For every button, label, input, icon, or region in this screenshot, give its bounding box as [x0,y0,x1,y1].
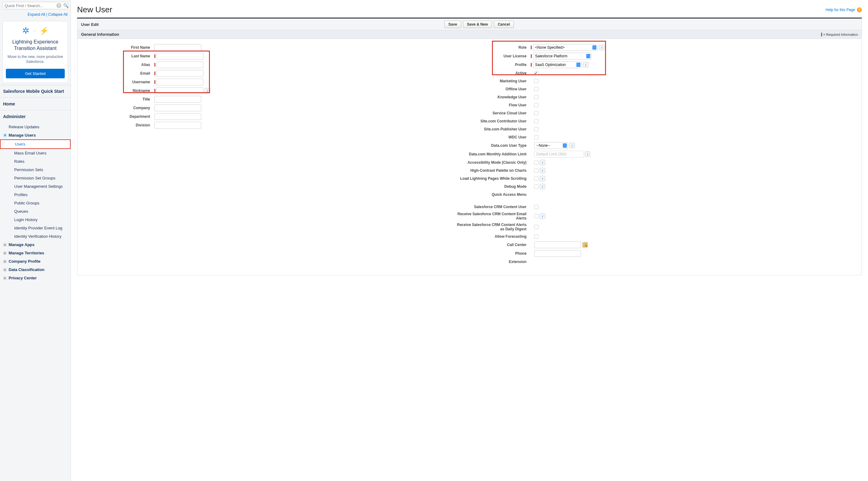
required-mark-icon [154,63,155,67]
user-license-select[interactable]: Salesforce Platform [533,53,591,60]
sidebar-item-user-mgmt-settings[interactable]: User Management Settings [0,182,70,190]
crm-content-checkbox[interactable] [534,205,538,209]
high-contrast-checkbox[interactable] [534,168,538,173]
sidebar-section-quickstart[interactable]: Salesforce Mobile Quick Start [0,85,70,97]
search-icon[interactable]: 🔍 [63,3,68,8]
sidebar-item-label: Manage Users [9,133,36,138]
collapse-all-link[interactable]: Collapse All [48,12,67,17]
required-note-label: = Required Information [823,33,858,36]
email-input[interactable] [157,70,204,77]
sidebar-item-release-updates[interactable]: Release Updates [0,123,70,131]
marketing-user-checkbox[interactable] [534,79,538,83]
search-input[interactable] [5,3,56,8]
info-icon[interactable]: i [585,151,590,157]
clear-icon[interactable]: ? [56,3,61,8]
save-and-new-button[interactable]: Save & New [463,21,492,28]
sidebar-item-id-verify[interactable]: Identity Verification History [0,232,70,241]
arrow-icon: → [32,28,36,33]
label-profile: Profile [457,63,531,67]
required-mark-icon [154,89,155,92]
allow-forecasting-checkbox[interactable] [534,234,538,239]
service-cloud-checkbox[interactable] [534,111,538,115]
last-name-input[interactable] [157,53,204,60]
sidebar-item-profiles[interactable]: Profiles [0,190,70,199]
sidebar-item-public-groups[interactable]: Public Groups [0,199,70,207]
label-knowledge-user: Knowledge User [457,95,531,99]
sidebar-item-mass-email[interactable]: Mass Email Users [0,149,70,157]
sidebar-item-manage-users[interactable]: ▾Manage Users [0,131,70,139]
sidebar-item-data-classification[interactable]: ▸Data Classification [0,266,70,274]
sidebar-section-home[interactable]: Home [0,97,70,110]
crm-daily-digest-checkbox[interactable] [534,225,538,229]
phone-input[interactable] [534,250,581,257]
sidebar-item-idp-log[interactable]: Identity Provider Event Log [0,224,70,232]
info-icon[interactable]: i [540,213,545,219]
info-icon[interactable]: i [599,45,604,50]
help-icon: ? [857,7,862,12]
save-button[interactable]: Save [444,21,461,28]
site-publisher-checkbox[interactable] [534,127,538,131]
label-marketing-user: Marketing User [457,79,531,83]
sidebar-item-permission-sets[interactable]: Permission Sets [0,166,70,174]
crm-email-alerts-checkbox[interactable] [534,214,538,218]
load-lightning-checkbox[interactable] [534,176,538,181]
info-icon[interactable]: i [540,176,545,181]
department-input[interactable] [154,113,201,120]
label-role: Role [457,45,531,50]
knowledge-user-checkbox[interactable] [534,95,538,99]
debug-mode-checkbox[interactable] [534,184,538,189]
get-started-button[interactable]: Get Started [6,69,65,78]
sidebar-item-roles[interactable]: Roles [0,157,70,166]
call-center-input[interactable] [534,241,581,248]
sidebar-item-label: Manage Apps [9,242,34,247]
flower-icon: ✲ [22,26,29,36]
alias-input[interactable] [157,61,204,68]
quick-find-search[interactable]: ? 🔍 [2,2,68,9]
info-icon[interactable]: i [205,88,210,93]
active-checkbox[interactable] [534,71,538,75]
info-icon[interactable]: i [569,143,575,148]
help-link[interactable]: Help for this Page ? [826,7,862,12]
info-icon[interactable]: i [583,62,588,67]
section-title: General Information [81,32,119,37]
title-input[interactable] [154,96,201,103]
sidebar-item-manage-apps[interactable]: ▸Manage Apps [0,241,70,249]
expand-all-link[interactable]: Expand All [28,12,45,17]
nickname-input[interactable] [157,87,204,94]
sidebar-item-permission-set-groups[interactable]: Permission Set Groups [0,174,70,182]
sidebar-item-manage-territories[interactable]: ▸Manage Territories [0,249,70,257]
sidebar-item-company-profile[interactable]: ▸Company Profile [0,257,70,266]
sidebar-item-privacy-center[interactable]: ▸Privacy Center [0,274,70,282]
label-division: Division [81,123,154,127]
label-email: Email [81,71,154,76]
required-mark-icon [531,46,532,49]
company-input[interactable] [154,104,201,111]
sidebar-item-login-history[interactable]: Login History [0,215,70,224]
caret-right-icon: ▸ [3,243,7,247]
offline-user-checkbox[interactable] [534,87,538,91]
info-icon[interactable]: i [540,168,545,173]
required-mark-icon [154,71,155,75]
lookup-icon[interactable]: 🔍 [582,242,588,248]
sidebar-item-label: Data Classification [9,267,44,272]
first-name-input[interactable] [154,44,201,51]
division-input[interactable] [154,122,201,128]
info-icon[interactable]: i [540,184,545,189]
label-load-lightning: Load Lightning Pages While Scrolling [457,176,531,181]
profile-select[interactable]: SaaS Optimization [533,61,582,68]
caret-right-icon: ▸ [3,260,7,263]
username-input[interactable] [157,79,204,85]
sidebar-section-administer: Administer [0,110,70,123]
sidebar-item-queues[interactable]: Queues [0,207,70,215]
datacom-limit-select[interactable]: Default Limit (300) [534,151,584,157]
datacom-type-select[interactable]: --None-- [534,142,568,149]
role-select[interactable]: <None Specified> [533,44,598,51]
flow-user-checkbox[interactable] [534,103,538,107]
label-accessibility: Accessibility Mode (Classic Only) [457,160,531,164]
site-contributor-checkbox[interactable] [534,119,538,123]
wdc-user-checkbox[interactable] [534,135,538,139]
cancel-button[interactable]: Cancel [494,21,514,28]
info-icon[interactable]: i [540,160,545,165]
sidebar-item-users[interactable]: Users [0,139,70,149]
accessibility-checkbox[interactable] [534,160,538,164]
